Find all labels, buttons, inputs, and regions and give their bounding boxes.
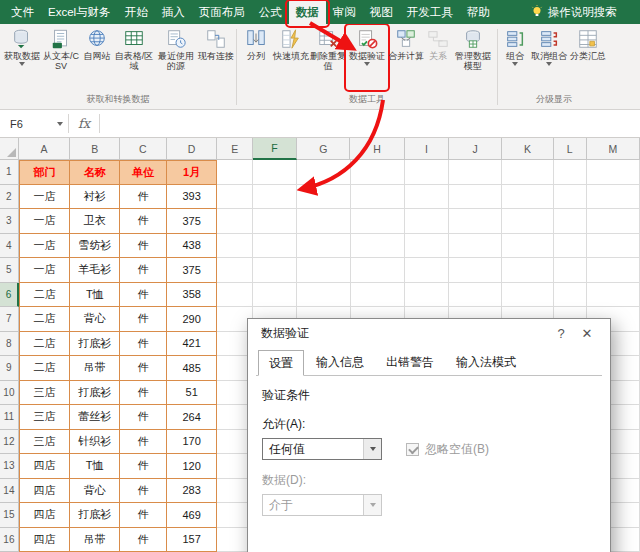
cell-L6[interactable] [554, 283, 587, 308]
cell-A5[interactable]: 一店 [19, 258, 71, 283]
from-table-range-button[interactable]: 自表格/区域 [114, 25, 154, 92]
row-header-11[interactable]: 11 [0, 405, 19, 430]
cell-H6[interactable] [351, 283, 405, 308]
existing-connections-button[interactable]: 现有连接 [198, 25, 234, 92]
tab-file[interactable]: 文件 [4, 0, 41, 24]
dialog-tab-1[interactable]: 输入信息 [306, 350, 374, 376]
row-header-9[interactable]: 9 [0, 356, 19, 381]
column-header-K[interactable]: K [502, 138, 554, 160]
cell-I4[interactable] [405, 234, 449, 259]
cell-A6[interactable]: 二店 [19, 283, 71, 308]
cell-K5[interactable] [502, 258, 554, 283]
cell-C2[interactable]: 件 [120, 185, 167, 210]
cell-C5[interactable]: 件 [120, 258, 167, 283]
cell-C11[interactable]: 件 [120, 405, 167, 430]
from-text-csv-button[interactable]: 从文本/CSV [42, 25, 80, 92]
cell-F2[interactable] [253, 185, 297, 210]
cell-G5[interactable] [297, 258, 350, 283]
cell-K2[interactable] [502, 185, 554, 210]
remove-duplicates-button[interactable]: 删除重复值 [309, 25, 347, 92]
cell-M2[interactable] [587, 185, 640, 210]
column-header-C[interactable]: C [120, 138, 167, 160]
row-header-7[interactable]: 7 [0, 307, 19, 332]
cell-A3[interactable]: 一店 [19, 209, 71, 234]
name-box[interactable]: F6 [0, 110, 52, 137]
column-header-A[interactable]: A [19, 138, 71, 160]
ignore-blank-checkbox[interactable]: 忽略空值(B) [406, 441, 489, 458]
row-header-2[interactable]: 2 [0, 185, 19, 210]
cell-I3[interactable] [405, 209, 449, 234]
dialog-help-button[interactable]: ? [548, 326, 574, 341]
cell-C9[interactable]: 件 [120, 356, 167, 381]
row-header-10[interactable]: 10 [0, 381, 19, 406]
row-header-12[interactable]: 12 [0, 430, 19, 455]
cell-C4[interactable]: 件 [120, 234, 167, 259]
cell-C3[interactable]: 件 [120, 209, 167, 234]
tab-home[interactable]: 开始 [118, 0, 155, 24]
cell-B4[interactable]: 雪纺衫 [70, 234, 120, 259]
cell-A14[interactable]: 四店 [19, 479, 71, 504]
cell-I1[interactable] [405, 160, 449, 185]
cell-D16[interactable]: 157 [167, 528, 218, 552]
tab-search[interactable]: 操作说明搜索 [523, 0, 624, 24]
cell-H1[interactable] [351, 160, 405, 185]
cell-D2[interactable]: 393 [167, 185, 218, 210]
cell-G4[interactable] [297, 234, 350, 259]
cell-B16[interactable]: 吊带 [70, 528, 120, 552]
dialog-tab-2[interactable]: 出错警告 [376, 350, 444, 376]
cell-D12[interactable]: 170 [167, 430, 218, 455]
data-validation-button[interactable]: 数据验证 [347, 25, 387, 92]
row-header-6[interactable]: 6 [0, 283, 19, 308]
cell-L2[interactable] [554, 185, 587, 210]
column-header-H[interactable]: H [350, 138, 404, 160]
cell-K3[interactable] [502, 209, 554, 234]
cell-K6[interactable] [502, 283, 554, 308]
tab-developer[interactable]: 开发工具 [400, 0, 460, 24]
cell-E2[interactable] [217, 185, 253, 210]
cell-C1[interactable]: 单位 [120, 160, 167, 185]
cell-A15[interactable]: 四店 [19, 503, 71, 528]
cell-A12[interactable]: 三店 [19, 430, 71, 455]
cell-A8[interactable]: 二店 [19, 332, 71, 357]
cell-G3[interactable] [297, 209, 350, 234]
recent-sources-button[interactable]: 最近使用的源 [154, 25, 198, 92]
cell-B10[interactable]: 打底衫 [70, 381, 120, 406]
row-header-8[interactable]: 8 [0, 332, 19, 357]
cell-A9[interactable]: 二店 [19, 356, 71, 381]
cell-E6[interactable] [217, 283, 253, 308]
cell-D11[interactable]: 264 [167, 405, 218, 430]
manage-data-model-button[interactable]: 管理数据模型 [451, 25, 495, 92]
cell-C14[interactable]: 件 [120, 479, 167, 504]
column-header-M[interactable]: M [587, 138, 640, 160]
cell-M3[interactable] [587, 209, 640, 234]
group-button[interactable]: 组合 [500, 25, 530, 92]
cell-C8[interactable]: 件 [120, 332, 167, 357]
row-header-16[interactable]: 16 [0, 528, 19, 552]
cell-B5[interactable]: 羊毛衫 [70, 258, 120, 283]
dialog-tab-0[interactable]: 设置 [258, 350, 304, 376]
column-header-L[interactable]: L [554, 138, 587, 160]
column-header-B[interactable]: B [70, 138, 120, 160]
cell-B15[interactable]: 打底衫 [70, 503, 120, 528]
cell-A4[interactable]: 一店 [19, 234, 71, 259]
cell-I6[interactable] [405, 283, 449, 308]
cell-M1[interactable] [587, 160, 640, 185]
cell-J4[interactable] [449, 234, 502, 259]
cell-D15[interactable]: 469 [167, 503, 218, 528]
cell-K4[interactable] [502, 234, 554, 259]
from-web-button[interactable]: 自网站 [80, 25, 114, 92]
cell-E1[interactable] [217, 160, 253, 185]
tab-view[interactable]: 视图 [363, 0, 400, 24]
tab-excel-finance[interactable]: Excel与财务 [41, 0, 118, 24]
cell-F4[interactable] [253, 234, 297, 259]
row-header-13[interactable]: 13 [0, 454, 19, 479]
row-header-5[interactable]: 5 [0, 258, 19, 283]
cell-B13[interactable]: T恤 [70, 454, 120, 479]
tab-review[interactable]: 审阅 [326, 0, 363, 24]
cell-H5[interactable] [351, 258, 405, 283]
cell-A2[interactable]: 一店 [19, 185, 71, 210]
cell-L5[interactable] [554, 258, 587, 283]
cell-H3[interactable] [351, 209, 405, 234]
cell-L1[interactable] [554, 160, 587, 185]
cell-A1[interactable]: 部门 [19, 160, 71, 185]
